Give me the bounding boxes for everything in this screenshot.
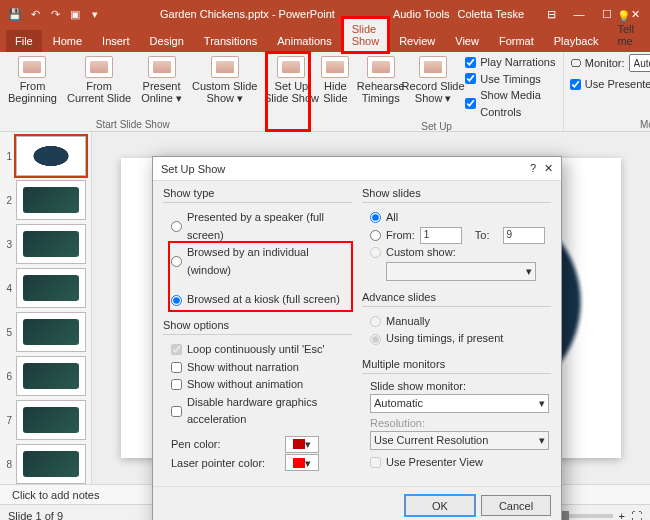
minimize-icon[interactable]: — <box>568 8 590 21</box>
slide-show-monitor-select[interactable]: Automatic▾ <box>370 394 549 413</box>
audio-tools-label: Audio Tools <box>393 8 450 20</box>
slide-counter: Slide 1 of 9 <box>8 510 63 521</box>
rehearse-timings-button[interactable]: Rehearse Timings <box>360 54 401 120</box>
group-monitors: 🖵Monitor:Automatic Use Presenter View Mo… <box>564 52 650 131</box>
record-slide-show-button[interactable]: Record Slide Show ▾ <box>407 54 459 120</box>
set-up-slide-show-button[interactable]: Set Up Slide Show <box>266 52 310 131</box>
tab-animations[interactable]: Animations <box>268 30 340 52</box>
thumbnail[interactable]: 1 <box>2 136 89 176</box>
tab-home[interactable]: Home <box>44 30 91 52</box>
help-icon[interactable]: ? <box>530 162 536 175</box>
without-narration-checkbox[interactable]: Show without narration <box>171 359 350 377</box>
thumbnail[interactable]: 4 <box>2 268 89 308</box>
monitor-select[interactable]: Automatic <box>629 54 650 72</box>
without-animation-checkbox[interactable]: Show without animation <box>171 376 350 394</box>
presented-by-speaker-radio[interactable]: Presented by a speaker (full screen) <box>171 209 350 244</box>
laser-color-button[interactable]: ▾ <box>285 454 319 471</box>
thumbnail[interactable]: 3 <box>2 224 89 264</box>
zoom-in-icon[interactable]: + <box>619 510 625 521</box>
show-options-group: Show options Loop continuously until 'Es… <box>163 319 352 474</box>
start-icon[interactable]: ▣ <box>68 7 82 21</box>
from-to-radio[interactable]: From:1 To: 9 <box>370 227 549 245</box>
to-spinner[interactable]: 9 <box>503 227 545 244</box>
group-set-up: Hide Slide Rehearse Timings Record Slide… <box>310 52 563 131</box>
tab-transitions[interactable]: Transitions <box>195 30 266 52</box>
advance-slides-group: Advance slides Manually Using timings, i… <box>362 291 551 350</box>
ribbon-options-icon[interactable]: ⊟ <box>540 8 562 21</box>
use-timings-checkbox[interactable]: Use Timings <box>465 71 557 88</box>
tab-design[interactable]: Design <box>141 30 193 52</box>
monitor-icon: 🖵 <box>570 57 581 69</box>
user-name[interactable]: Coletta Teske <box>458 8 524 20</box>
tab-file[interactable]: File <box>6 30 42 52</box>
redo-icon[interactable]: ↷ <box>48 7 62 21</box>
tab-insert[interactable]: Insert <box>93 30 139 52</box>
share-button[interactable]: Share <box>646 30 650 52</box>
show-media-controls-checkbox[interactable]: Show Media Controls <box>465 87 557 120</box>
set-up-show-dialog: Set Up Show ?✕ Show type Presented by a … <box>152 156 562 520</box>
thumbnail[interactable]: 6 <box>2 356 89 396</box>
disable-hw-accel-checkbox[interactable]: Disable hardware graphics acceleration <box>171 394 350 429</box>
tab-slide-show[interactable]: Slide Show <box>343 18 389 52</box>
group-label: Set Up <box>316 120 556 132</box>
group-start-slide-show: From Beginning From Current Slide Presen… <box>0 52 266 131</box>
hide-slide-button[interactable]: Hide Slide <box>316 54 354 120</box>
dialog-close-icon[interactable]: ✕ <box>544 162 553 175</box>
multiple-monitors-group: Multiple monitors Slide show monitor: Au… <box>362 358 551 474</box>
save-icon[interactable]: 💾 <box>8 7 22 21</box>
tell-me[interactable]: 💡 Tell me <box>609 5 642 52</box>
show-slides-group: Show slides All From:1 To: 9 Custom show… <box>362 187 551 283</box>
fit-to-window-icon[interactable]: ⛶ <box>631 510 642 521</box>
tab-playback[interactable]: Playback <box>545 30 608 52</box>
ribbon-tabs: File Home Insert Design Transitions Anim… <box>0 28 650 52</box>
custom-show-radio: Custom show: <box>370 244 549 262</box>
all-slides-radio[interactable]: All <box>370 209 549 227</box>
quick-access-toolbar: 💾 ↶ ↷ ▣ ▾ <box>4 7 102 21</box>
ok-button[interactable]: OK <box>405 495 475 516</box>
cancel-button[interactable]: Cancel <box>481 495 551 516</box>
thumbnail[interactable]: 5 <box>2 312 89 352</box>
custom-slide-show-button[interactable]: Custom Slide Show ▾ <box>190 54 259 106</box>
undo-icon[interactable]: ↶ <box>28 7 42 21</box>
tab-format[interactable]: Format <box>490 30 543 52</box>
pen-color-button[interactable]: ▾ <box>285 436 319 453</box>
manually-radio: Manually <box>370 313 549 331</box>
browsed-individual-radio[interactable]: Browsed by an individual (window) <box>171 244 350 279</box>
present-online-button[interactable]: Present Online ▾ <box>139 54 184 106</box>
qat-more-icon[interactable]: ▾ <box>88 7 102 21</box>
custom-show-select: ▾ <box>386 262 536 281</box>
thumbnail[interactable]: 8 <box>2 444 89 484</box>
play-narrations-checkbox[interactable]: Play Narrations <box>465 54 557 71</box>
from-spinner[interactable]: 1 <box>420 227 462 244</box>
resolution-select: Use Current Resolution▾ <box>370 431 549 450</box>
slide-thumbnails[interactable]: 1 2 3 4 5 6 7 8 9 <box>0 132 92 484</box>
from-beginning-button[interactable]: From Beginning <box>6 54 59 106</box>
show-type-group: Show type Presented by a speaker (full s… <box>163 187 352 311</box>
group-label: Start Slide Show <box>6 118 259 130</box>
tab-review[interactable]: Review <box>390 30 444 52</box>
title-bar: 💾 ↶ ↷ ▣ ▾ Garden Chickens.pptx - PowerPo… <box>0 0 650 28</box>
ribbon: From Beginning From Current Slide Presen… <box>0 52 650 132</box>
loop-checkbox: Loop continuously until 'Esc' <box>171 341 350 359</box>
dialog-title: Set Up Show <box>161 163 225 175</box>
thumbnail[interactable]: 2 <box>2 180 89 220</box>
use-presenter-view-checkbox[interactable]: Use Presenter View <box>570 76 650 93</box>
use-presenter-view-dialog-checkbox: Use Presenter View <box>370 454 549 472</box>
using-timings-radio: Using timings, if present <box>370 330 549 348</box>
tab-view[interactable]: View <box>446 30 488 52</box>
thumbnail[interactable]: 7 <box>2 400 89 440</box>
browsed-kiosk-radio[interactable]: Browsed at a kiosk (full screen) <box>171 291 350 309</box>
from-current-slide-button[interactable]: From Current Slide <box>65 54 133 106</box>
group-label: Monitors <box>570 118 650 130</box>
